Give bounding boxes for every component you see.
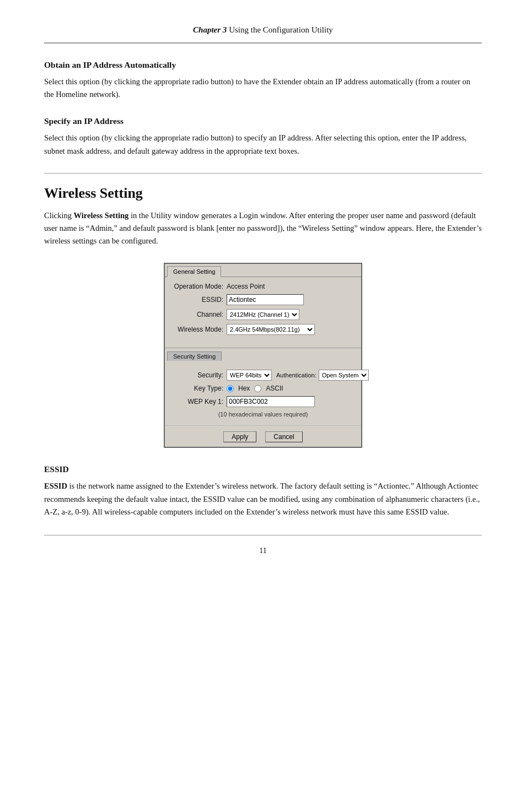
security-setting-section: Security Setting Security: WEP 64bits Au… [165,348,361,447]
section-divider [44,173,482,174]
apply-button[interactable]: Apply [223,431,256,442]
security-label: Security: [171,371,227,379]
wep-key-input[interactable] [227,396,315,407]
key-type-label: Key Type: [171,385,227,392]
key-type-row: Key Type: Hex ASCII [171,385,355,392]
chapter-header: Chapter 3 Using the Configuration Utilit… [44,20,482,44]
cancel-button[interactable]: Cancel [265,431,302,442]
dialog-tab-bar: General Setting [165,264,361,277]
dialog-screenshot: General Setting Operation Mode: Access P… [44,263,482,448]
ascii-radio[interactable] [254,385,261,392]
essid-body: ESSID is the network name assigned to th… [44,480,482,518]
section-specify-ip-heading: Specify an IP Address [44,116,482,126]
operation-mode-row: Operation Mode: Access Point [171,283,355,290]
section-specify-ip-body: Select this option (by clicking the appr… [44,132,482,157]
essid-body-text: is the network name assigned to the Exte… [44,481,480,516]
chapter-label-italic: Chapter 3 [193,25,227,34]
wep-key-row: WEP Key 1: [171,396,355,407]
essid-input[interactable] [227,294,304,305]
wep-note: (10 hexadecimal values required) [171,411,355,418]
dialog-box: General Setting Operation Mode: Access P… [164,263,362,448]
security-setting-tab[interactable]: Security Setting [167,351,222,361]
section-obtain-ip-body: Select this option (by clicking the appr… [44,75,482,101]
security-row: Security: WEP 64bits Authentication: Ope… [171,370,355,381]
ascii-label: ASCII [266,385,283,392]
security-tab-bar: Security Setting [167,351,361,361]
security-select[interactable]: WEP 64bits [227,370,272,381]
wireless-setting-section: Wireless Setting Clicking Wireless Setti… [44,185,482,248]
channel-label: Channel: [171,311,227,318]
operation-mode-label: Operation Mode: [171,283,227,290]
wireless-setting-bold: Wireless Setting [74,211,129,220]
wireless-setting-heading: Wireless Setting [44,185,482,202]
page: Chapter 3 Using the Configuration Utilit… [0,0,526,583]
wep-key-label: WEP Key 1: [171,398,227,405]
authentication-select[interactable]: Open System [319,370,369,381]
essid-section: ESSID ESSID is the network name assigned… [44,464,482,518]
wireless-setting-intro: Clicking Wireless Setting in the Utility… [44,209,482,248]
essid-bold-label: ESSID [44,481,67,490]
essid-row: ESSID: [171,294,355,305]
section-obtain-ip-heading: Obtain an IP Address Automatically [44,60,482,70]
wireless-mode-select[interactable]: 2.4GHz 54Mbps(802.11g) [227,324,315,335]
dialog-button-row: Apply Cancel [165,425,361,447]
authentication-group: Authentication: Open System [276,370,369,381]
key-type-radio-group: Hex ASCII [227,385,283,392]
chapter-label-rest: Using the Configuration Utility [227,25,333,34]
general-setting-content: Operation Mode: Access Point ESSID: Chan… [165,277,361,343]
section-specify-ip: Specify an IP Address Select this option… [44,116,482,157]
channel-select[interactable]: 2412MHz (Channel 1) [227,309,299,320]
general-setting-tab[interactable]: General Setting [167,266,221,277]
wireless-mode-label: Wireless Mode: [171,326,227,333]
security-setting-content: Security: WEP 64bits Authentication: Ope… [165,364,361,422]
wireless-mode-row: Wireless Mode: 2.4GHz 54Mbps(802.11g) [171,324,355,335]
hex-radio[interactable] [227,385,234,392]
section-obtain-ip: Obtain an IP Address Automatically Selec… [44,60,482,101]
channel-row: Channel: 2412MHz (Channel 1) [171,309,355,320]
hex-label: Hex [238,385,250,392]
authentication-label: Authentication: [276,372,316,378]
operation-mode-value: Access Point [227,283,265,290]
essid-heading: ESSID [44,464,482,474]
essid-label: ESSID: [171,296,227,304]
page-number: 11 [44,535,482,561]
